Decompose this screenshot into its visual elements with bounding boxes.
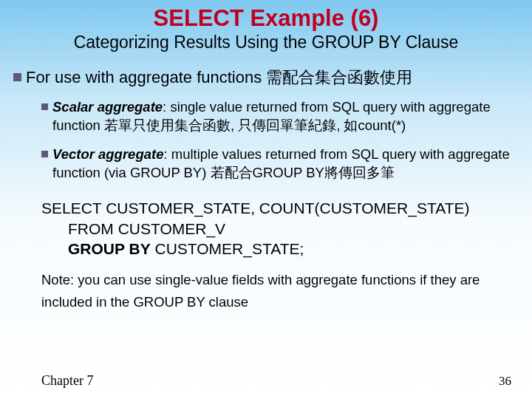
term-vector: Vector aggregate (52, 146, 163, 162)
sql-block: SELECT CUSTOMER_STATE, COUNT(CUSTOMER_ST… (41, 198, 532, 259)
sub-point-text: Scalar aggregate: single value returned … (52, 98, 517, 135)
sql-line-1: SELECT CUSTOMER_STATE, COUNT(CUSTOMER_ST… (41, 198, 532, 218)
sub-point-text: Vector aggregate: multiple values return… (52, 146, 517, 183)
square-bullet-icon (41, 103, 48, 110)
term-scalar: Scalar aggregate (52, 99, 163, 115)
bullet-level2-scalar: Scalar aggregate: single value returned … (41, 98, 517, 135)
sql-line-3: GROUP BY CUSTOMER_STATE; (68, 239, 532, 259)
square-bullet-icon (13, 73, 21, 81)
sql-groupby-keyword: GROUP BY (68, 240, 151, 257)
slide-subtitle: Categorizing Results Using the GROUP BY … (0, 33, 532, 52)
chapter-label: Chapter 7 (41, 373, 93, 389)
slide-title: SELECT Example (6) (0, 0, 532, 31)
bullet-level1: For use with aggregate functions 需配合集合函數… (13, 67, 532, 88)
bullet-level2-vector: Vector aggregate: multiple values return… (41, 146, 517, 183)
square-bullet-icon (41, 151, 48, 157)
main-point-text: For use with aggregate functions 需配合集合函數… (26, 67, 412, 88)
page-number: 36 (499, 374, 511, 389)
sql-line-2: FROM CUSTOMER_V (68, 219, 532, 239)
note-text: Note: you can use single-value fields wi… (41, 269, 517, 313)
sql-groupby-rest: CUSTOMER_STATE; (151, 240, 304, 257)
